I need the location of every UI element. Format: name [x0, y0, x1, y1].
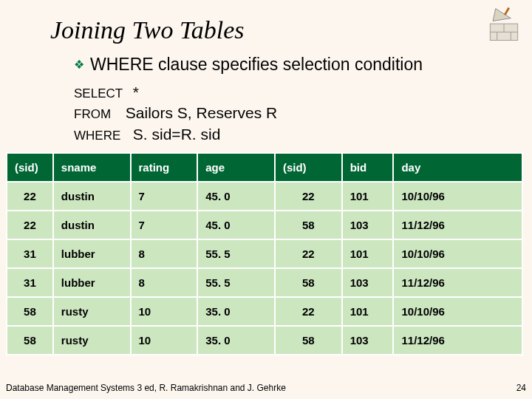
col-rating: rating [131, 153, 198, 182]
sql-line-select: SELECT * [74, 82, 532, 103]
col-sname: sname [53, 153, 131, 182]
sql-kw-select: SELECT [74, 86, 129, 103]
table-cell: 22 [7, 182, 53, 211]
table-row: 31lubber855. 52210110/10/96 [7, 239, 522, 268]
table-cell: 8 [131, 239, 198, 268]
table-row: 22dustin745. 05810311/12/96 [7, 211, 522, 239]
footer: Database Management Systems 3 ed, R. Ram… [6, 383, 526, 393]
table-cell: 7 [131, 211, 198, 239]
table-cell: 22 [275, 297, 342, 326]
result-table: (sid) sname rating age (sid) bid day 22d… [6, 152, 523, 355]
col-bid: bid [342, 153, 394, 182]
sql-val-select: * [133, 83, 139, 100]
table-cell: 101 [342, 239, 394, 268]
footer-page: 24 [516, 383, 526, 393]
table-cell: 31 [7, 268, 53, 297]
table-cell: 58 [7, 297, 53, 326]
table-cell: 101 [342, 182, 394, 211]
table-row: 58rusty1035. 05810311/12/96 [7, 326, 522, 355]
table-cell: 11/12/96 [393, 211, 522, 239]
table-row: 31lubber855. 55810311/12/96 [7, 268, 522, 297]
col-day: day [393, 153, 522, 182]
table-cell: 58 [275, 268, 342, 297]
table-cell: 8 [131, 268, 198, 297]
table-cell: 22 [7, 211, 53, 239]
bullet-text: WHERE clause specifies selection conditi… [90, 55, 423, 75]
table-cell: 10/10/96 [393, 297, 522, 326]
col-sid2: (sid) [275, 153, 342, 182]
brick-trowel-icon [483, 4, 525, 46]
table-cell: 22 [275, 239, 342, 268]
table-cell: 45. 0 [197, 211, 275, 239]
table-cell: 58 [275, 326, 342, 355]
table-cell: 58 [275, 211, 342, 239]
table-head: (sid) sname rating age (sid) bid day [7, 153, 522, 182]
sql-line-from: FROM Sailors S, Reserves R [74, 103, 532, 123]
table-cell: 35. 0 [197, 326, 275, 355]
diamond-icon: ❖ [74, 58, 84, 72]
table-cell: dustin [53, 182, 131, 211]
table-cell: 10 [131, 326, 198, 355]
table-cell: 11/12/96 [393, 268, 522, 297]
table-cell: rusty [53, 297, 131, 326]
sql-val-from: Sailors S, Reserves R [126, 104, 277, 121]
table-cell: 103 [342, 268, 394, 297]
table-cell: 10/10/96 [393, 182, 522, 211]
table-cell: 55. 5 [197, 268, 275, 297]
table-row: 58rusty1035. 02210110/10/96 [7, 297, 522, 326]
table-cell: rusty [53, 326, 131, 355]
table-cell: 103 [342, 326, 394, 355]
sql-val-where: S. sid=R. sid [133, 126, 220, 143]
footer-credit: Database Management Systems 3 ed, R. Ram… [6, 383, 286, 393]
slide-title: Joining Two Tables [0, 0, 532, 55]
table-header-row: (sid) sname rating age (sid) bid day [7, 153, 522, 182]
sql-kw-where: WHERE [74, 128, 129, 145]
sql-line-where: WHERE S. sid=R. sid [74, 124, 532, 145]
table-body: 22dustin745. 02210110/10/9622dustin745. … [7, 182, 522, 355]
table-cell: 22 [275, 182, 342, 211]
svg-rect-6 [504, 7, 510, 16]
bullet-item: ❖ WHERE clause specifies selection condi… [0, 55, 532, 75]
table-cell: 45. 0 [197, 182, 275, 211]
table-cell: 7 [131, 182, 198, 211]
table-cell: 103 [342, 211, 394, 239]
table-cell: 31 [7, 239, 53, 268]
table-cell: 58 [7, 326, 53, 355]
table-cell: 10 [131, 297, 198, 326]
col-sid1: (sid) [7, 153, 53, 182]
table-cell: 35. 0 [197, 297, 275, 326]
col-age: age [197, 153, 275, 182]
table-cell: 11/12/96 [393, 326, 522, 355]
sql-block: SELECT * FROM Sailors S, Reserves R WHER… [0, 82, 532, 145]
sql-kw-from: FROM [74, 106, 121, 123]
table-cell: dustin [53, 211, 131, 239]
table-cell: lubber [53, 268, 131, 297]
table-cell: lubber [53, 239, 131, 268]
table-cell: 101 [342, 297, 394, 326]
table-cell: 55. 5 [197, 239, 275, 268]
table-row: 22dustin745. 02210110/10/96 [7, 182, 522, 211]
table-cell: 10/10/96 [393, 239, 522, 268]
